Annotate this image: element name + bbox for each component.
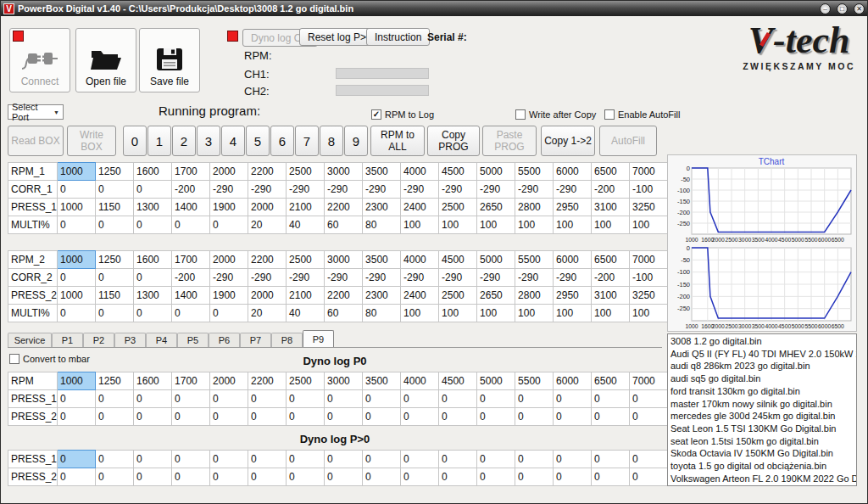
cell[interactable]: 1250 — [96, 372, 134, 390]
cell[interactable]: 0 — [325, 390, 363, 408]
cell[interactable]: 0 — [554, 408, 592, 426]
cell[interactable]: 2000 — [210, 372, 248, 390]
enable-autofill-checkbox[interactable]: Enable AutoFill — [604, 109, 680, 120]
cell[interactable]: 1400 — [172, 287, 210, 305]
cell[interactable]: 0 — [134, 269, 172, 287]
cell[interactable]: 2800 — [515, 199, 554, 216]
cell[interactable]: 100 — [439, 305, 477, 322]
cell[interactable]: 0 — [248, 468, 287, 486]
cell[interactable]: 0 — [363, 390, 401, 408]
cell[interactable]: 60 — [325, 216, 363, 234]
cell[interactable]: 80 — [363, 305, 401, 322]
cell[interactable]: 0 — [96, 390, 134, 408]
file-item[interactable]: toyota 1.5 go digital od obciążenia.bin — [670, 460, 854, 473]
read-box-button[interactable]: Read BOX — [8, 126, 64, 156]
cell[interactable]: 0 — [325, 468, 363, 486]
cell[interactable]: 0 — [58, 305, 96, 322]
cell[interactable]: 2200 — [248, 372, 287, 390]
cell[interactable]: 0 — [401, 390, 439, 408]
cell[interactable]: 100 — [477, 305, 515, 322]
tab-p7[interactable]: P7 — [240, 333, 271, 347]
cell[interactable]: 0 — [287, 408, 325, 426]
cell[interactable]: -100 — [630, 181, 668, 199]
cell[interactable]: 0 — [630, 390, 668, 408]
cell[interactable]: 2950 — [554, 199, 592, 216]
cell[interactable]: 100 — [401, 216, 439, 234]
cell[interactable]: 1150 — [96, 287, 134, 305]
maximize-button[interactable]: □ — [837, 3, 848, 14]
cell[interactable]: 100 — [554, 216, 592, 234]
tab-p4[interactable]: P4 — [146, 333, 177, 347]
cell[interactable]: 0 — [96, 408, 134, 426]
file-item[interactable]: mercedes gle 300d 245km go digital.bin — [670, 410, 854, 423]
cell[interactable]: 5000 — [477, 372, 515, 390]
cell[interactable]: 4000 — [401, 251, 439, 269]
cell[interactable]: 0 — [172, 305, 210, 322]
cell[interactable]: 2500 — [439, 287, 477, 305]
cell[interactable]: 0 — [287, 468, 325, 486]
save-file-button[interactable]: Save file — [139, 28, 200, 92]
cell[interactable]: 100 — [554, 305, 592, 322]
cell[interactable]: 100 — [401, 305, 439, 322]
cell[interactable]: 2000 — [248, 287, 287, 305]
file-item[interactable]: Seat Leon 1.5 TSI 130KM Go Digital.bin — [670, 423, 854, 435]
digit-9-button[interactable]: 9 — [344, 126, 368, 156]
cell[interactable]: 0 — [172, 390, 210, 408]
cell[interactable]: 40 — [287, 216, 325, 234]
copy-prog-button[interactable]: Copy PROG — [427, 126, 480, 156]
cell[interactable]: 0 — [439, 390, 477, 408]
cell[interactable]: 2300 — [363, 287, 401, 305]
cell[interactable]: 3000 — [325, 251, 363, 269]
cell[interactable]: -290 — [439, 269, 477, 287]
cell[interactable]: 3000 — [325, 163, 363, 181]
cell[interactable]: 0 — [439, 451, 477, 468]
cell[interactable]: 5500 — [515, 163, 554, 181]
tab-p2[interactable]: P2 — [83, 333, 114, 347]
digit-7-button[interactable]: 7 — [295, 126, 319, 156]
cell[interactable]: 1000 — [58, 372, 96, 390]
cell[interactable]: 0 — [58, 269, 96, 287]
cell[interactable]: 0 — [477, 408, 515, 426]
tab-p3[interactable]: P3 — [114, 333, 146, 347]
cell[interactable]: 0 — [439, 408, 477, 426]
cell[interactable]: 3100 — [592, 287, 630, 305]
cell[interactable]: 0 — [363, 451, 401, 468]
cell[interactable]: 2200 — [248, 163, 287, 181]
cell[interactable]: 0 — [134, 216, 172, 234]
cell[interactable]: 0 — [210, 216, 248, 234]
cell[interactable]: 0 — [515, 390, 554, 408]
cell[interactable]: 0 — [248, 390, 287, 408]
autofill-button[interactable]: AutoFill — [599, 126, 657, 156]
write-box-button[interactable]: Write BOX — [67, 126, 116, 156]
digit-3-button[interactable]: 3 — [197, 126, 220, 156]
cell[interactable]: 2000 — [210, 163, 248, 181]
cell[interactable]: 5500 — [515, 372, 554, 390]
cell[interactable]: 0 — [401, 451, 439, 468]
minimize-button[interactable]: – — [820, 3, 831, 14]
cell[interactable]: -290 — [210, 269, 248, 287]
cell[interactable]: 0 — [58, 451, 96, 468]
cell[interactable]: -290 — [515, 269, 554, 287]
cell[interactable]: 0 — [477, 451, 515, 468]
cell[interactable]: 4500 — [439, 372, 477, 390]
cell[interactable]: -290 — [477, 181, 515, 199]
cell[interactable]: -290 — [210, 181, 248, 199]
cell[interactable]: 2200 — [248, 251, 287, 269]
cell[interactable]: 5000 — [477, 163, 515, 181]
cell[interactable]: 0 — [248, 451, 287, 468]
cell[interactable]: 0 — [592, 408, 630, 426]
write-after-copy-checkbox[interactable]: Write after Copy — [515, 109, 596, 120]
cell[interactable]: 60 — [325, 305, 363, 322]
cell[interactable]: 0 — [58, 408, 96, 426]
file-item[interactable]: Volkswagen Arteon FL 2.0 190KM 2022 Go D… — [670, 473, 854, 485]
cell[interactable]: 6000 — [554, 251, 592, 269]
cell[interactable]: 7000 — [630, 251, 668, 269]
cell[interactable]: 0 — [172, 468, 210, 486]
cell[interactable]: 0 — [363, 468, 401, 486]
tab-service[interactable]: Service — [8, 333, 52, 347]
cell[interactable]: 2000 — [248, 199, 287, 216]
close-button[interactable]: ✕ — [854, 3, 865, 14]
cell[interactable]: 2950 — [554, 287, 592, 305]
cell[interactable]: -290 — [439, 181, 477, 199]
cell[interactable]: -290 — [554, 181, 592, 199]
